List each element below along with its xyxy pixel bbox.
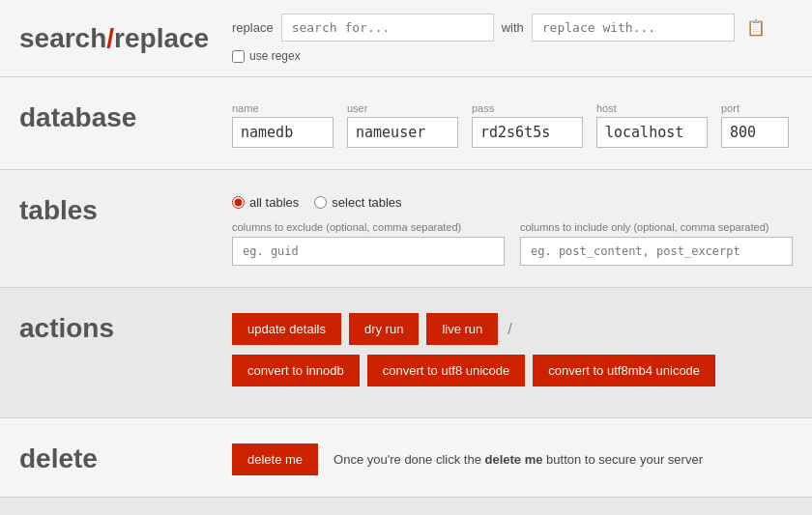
all-tables-text: all tables	[249, 195, 299, 210]
exclude-field: columns to exclude (optional, comma sepa…	[232, 221, 505, 266]
pass-input[interactable]	[472, 117, 583, 148]
delete-row: delete me Once you're done click the del…	[232, 443, 793, 475]
port-label: port	[721, 102, 789, 114]
name-input[interactable]	[232, 117, 334, 148]
select-tables-radio[interactable]	[314, 196, 327, 209]
user-input[interactable]	[347, 117, 458, 148]
exclude-label: columns to exclude (optional, comma sepa…	[232, 221, 505, 233]
tables-section: tables all tables select tables columns …	[0, 170, 812, 288]
select-tables-text: select tables	[332, 195, 401, 210]
delete-desc-pre: Once you're done click the	[334, 452, 484, 467]
all-tables-radio[interactable]	[232, 196, 245, 209]
include-field: columns to include only (optional, comma…	[520, 221, 793, 266]
title-slash: /	[106, 23, 114, 53]
tables-label: tables	[19, 191, 232, 226]
convert-innodb-button[interactable]: convert to innodb	[232, 355, 360, 386]
host-input[interactable]	[596, 117, 708, 148]
app-title: search/replace	[19, 23, 232, 54]
delete-section: delete delete me Once you're done click …	[0, 418, 812, 498]
header-section: search/replace replace with 📋 use regex	[0, 0, 812, 77]
delete-desc-post: button to secure your server	[542, 452, 702, 467]
title-part1: search	[19, 23, 106, 53]
title-part2: replace	[114, 23, 209, 53]
update-details-button[interactable]: update details	[232, 313, 341, 345]
search-replace-controls: replace with 📋 use regex	[232, 14, 766, 63]
user-label: user	[347, 102, 458, 114]
actions-slash: /	[508, 321, 511, 338]
database-section: database name user pass host port	[0, 77, 812, 170]
exclude-input[interactable]	[232, 237, 505, 266]
actions-label: actions	[19, 309, 232, 344]
host-field: host	[596, 102, 708, 148]
pass-field: pass	[472, 102, 583, 148]
actions-section: actions update details dry run live run …	[0, 288, 812, 418]
columns-row: columns to exclude (optional, comma sepa…	[232, 221, 793, 266]
db-fields: name user pass host port	[232, 102, 793, 148]
with-label: with	[502, 20, 524, 35]
clipboard-icon: 📋	[746, 18, 766, 37]
dry-run-button[interactable]: dry run	[349, 313, 419, 345]
host-label: host	[596, 102, 708, 114]
actions-row-2: convert to innodb convert to utf8 unicod…	[232, 355, 793, 386]
name-label: name	[232, 102, 334, 114]
convert-utf8-button[interactable]: convert to utf8 unicode	[367, 355, 526, 386]
use-regex-label: use regex	[249, 49, 301, 63]
actions-content: update details dry run live run / conver…	[232, 309, 793, 396]
database-content: name user pass host port	[232, 99, 793, 148]
delete-desc-bold: delete me	[485, 452, 543, 467]
include-label: columns to include only (optional, comma…	[520, 221, 793, 233]
convert-utf8mb4-button[interactable]: convert to utf8mb4 unicode	[533, 355, 715, 386]
replace-label: replace	[232, 20, 274, 35]
all-tables-label[interactable]: all tables	[232, 195, 299, 210]
delete-label: delete	[19, 440, 232, 474]
replace-input[interactable]	[532, 14, 735, 42]
delete-me-button[interactable]: delete me	[232, 443, 318, 475]
pass-label: pass	[472, 102, 583, 114]
select-tables-label[interactable]: select tables	[314, 195, 401, 210]
user-field: user	[347, 102, 458, 148]
tables-content: all tables select tables columns to excl…	[232, 191, 793, 266]
include-input[interactable]	[520, 237, 793, 266]
name-field: name	[232, 102, 334, 148]
delete-description: Once you're done click the delete me but…	[334, 452, 703, 467]
search-input[interactable]	[281, 14, 494, 42]
port-input[interactable]	[721, 117, 789, 148]
radio-row: all tables select tables	[232, 195, 793, 210]
database-label: database	[19, 99, 232, 133]
actions-row-1: update details dry run live run /	[232, 313, 793, 345]
live-run-button[interactable]: live run	[426, 313, 498, 345]
port-field: port	[721, 102, 789, 148]
delete-content: delete me Once you're done click the del…	[232, 440, 793, 475]
use-regex-checkbox[interactable]	[232, 50, 245, 63]
